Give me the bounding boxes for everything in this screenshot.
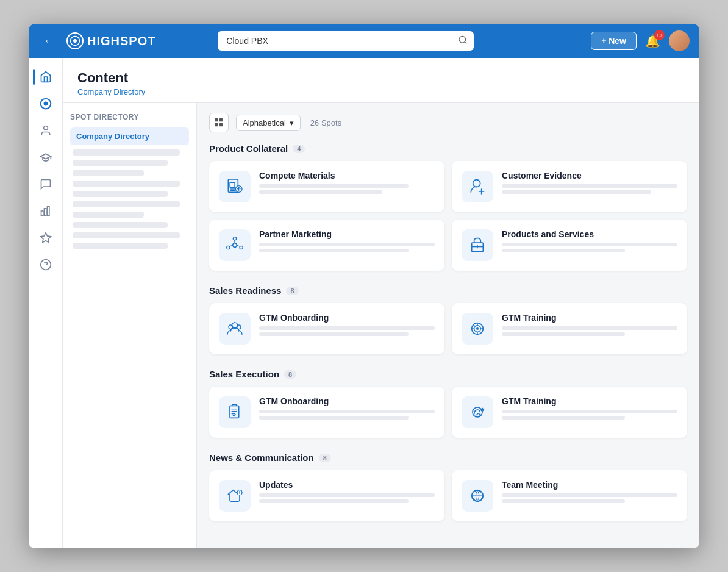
skeleton-line	[73, 201, 180, 207]
card-bar	[502, 184, 677, 188]
card-bar	[259, 493, 435, 497]
card-bar	[502, 243, 677, 246]
skeleton-line	[73, 181, 180, 187]
gtm-onboarding-1-title: GTM Onboarding	[259, 313, 435, 323]
page-title: Content	[77, 70, 685, 86]
sidebar-item-learning[interactable]	[34, 146, 57, 169]
gtm-training-2-content: GTM Training	[502, 396, 677, 422]
section-title: Product Collateral	[209, 143, 288, 154]
grid-view-button[interactable]	[209, 113, 229, 132]
sidebar-item-profile[interactable]	[34, 119, 57, 142]
card-bar	[502, 190, 651, 194]
spot-card-products-services[interactable]: Products and Services	[452, 220, 687, 271]
svg-line-3	[465, 42, 466, 44]
back-button[interactable]: ←	[38, 32, 59, 50]
card-bar	[259, 332, 409, 336]
svg-point-2	[459, 37, 466, 43]
products-services-icon	[462, 229, 493, 261]
section-header-product-collateral: Product Collateral 4	[209, 143, 687, 154]
search-icon-button[interactable]	[458, 35, 468, 47]
svg-point-23	[233, 243, 237, 248]
section-header-sales-readiness: Sales Readiness 8	[209, 285, 687, 296]
search-container	[218, 31, 474, 51]
section-badge: 4	[293, 145, 305, 153]
gtm-training-2-title: GTM Training	[502, 396, 677, 406]
skeleton-line	[73, 212, 144, 218]
svg-point-42	[476, 327, 479, 330]
svg-point-25	[240, 246, 243, 249]
compete-materials-title: Compete Materials	[259, 171, 435, 181]
logo: HIGHSPOT	[66, 32, 155, 49]
sidebar-item-favorites[interactable]	[34, 226, 57, 249]
skeleton-line	[73, 243, 168, 249]
spot-card-compete-materials[interactable]: Compete Materials	[209, 161, 444, 212]
card-bar	[502, 410, 677, 413]
svg-rect-9	[47, 207, 49, 216]
customer-evidence-content: Customer Evidence	[502, 171, 677, 196]
spot-directory-panel: Spot Directory Company Directory	[63, 103, 197, 548]
skeleton-line	[73, 232, 180, 238]
svg-point-5	[44, 102, 47, 105]
updates-icon	[219, 480, 251, 512]
svg-point-26	[227, 246, 230, 249]
sort-dropdown[interactable]: Alphabetical ▾	[236, 115, 301, 131]
products-services-title: Products and Services	[502, 229, 677, 239]
card-bar	[259, 243, 435, 246]
card-bar	[259, 326, 435, 330]
team-meeting-title: Team Meeting	[502, 480, 677, 490]
spot-card-partner-marketing[interactable]: Partner Marketing	[209, 220, 444, 271]
spot-card-gtm-onboarding-2[interactable]: GTM Onboarding	[209, 387, 444, 438]
skeleton-line	[73, 149, 180, 156]
search-input[interactable]	[218, 31, 474, 51]
spots-toolbar: Alphabetical ▾ 26 Spots	[209, 113, 687, 132]
section-badge: 8	[286, 287, 298, 295]
card-bar	[259, 416, 409, 420]
spot-card-gtm-training-2[interactable]: GTM Training	[452, 387, 687, 438]
spot-card-customer-evidence[interactable]: Customer Evidence	[452, 161, 687, 212]
directory-item-company[interactable]: Company Directory	[70, 127, 189, 145]
content-header: Content Company Directory	[63, 58, 699, 103]
notification-badge: 13	[654, 30, 665, 40]
navbar: ← HIGHSPOT + New 🔔 13	[29, 24, 699, 58]
card-bar	[259, 184, 409, 188]
card-bar	[502, 499, 625, 503]
notification-bell[interactable]: 🔔 13	[645, 34, 660, 48]
section-title: Sales Readiness	[209, 285, 281, 296]
sidebar-item-content[interactable]	[34, 92, 57, 115]
sales-execution-grid: GTM Onboarding	[209, 387, 687, 438]
partner-marketing-title: Partner Marketing	[259, 229, 435, 239]
breadcrumb[interactable]: Company Directory	[77, 87, 685, 96]
icon-sidebar	[29, 58, 63, 548]
spot-card-team-meeting[interactable]: Team Meeting	[452, 470, 687, 521]
customer-evidence-icon	[462, 171, 493, 202]
svg-rect-7	[41, 211, 43, 216]
gtm-training-1-icon	[462, 313, 493, 345]
split-view: Spot Directory Company Directory	[63, 103, 699, 548]
updates-title: Updates	[259, 480, 435, 490]
nav-actions: + New 🔔 13	[591, 30, 690, 51]
svg-rect-15	[215, 123, 218, 126]
gtm-onboarding-2-title: GTM Onboarding	[259, 396, 435, 406]
spot-card-gtm-onboarding-1[interactable]: GTM Onboarding	[209, 303, 444, 354]
svg-point-6	[43, 126, 48, 130]
svg-rect-13	[215, 118, 218, 121]
skeleton-line	[73, 160, 168, 166]
gtm-onboarding-1-content: GTM Onboarding	[259, 313, 435, 338]
spots-main: Alphabetical ▾ 26 Spots Product Collater…	[197, 103, 699, 548]
skeleton-line	[73, 170, 144, 176]
sidebar-item-help[interactable]	[34, 253, 57, 276]
user-avatar[interactable]	[669, 30, 690, 51]
sidebar-item-home[interactable]	[34, 65, 57, 88]
new-button[interactable]: + New	[591, 32, 637, 50]
spot-card-gtm-training-1[interactable]: GTM Training	[452, 303, 687, 354]
sidebar-item-analytics[interactable]	[34, 199, 57, 223]
team-meeting-icon	[462, 480, 493, 512]
spot-card-updates[interactable]: Updates	[209, 470, 444, 521]
team-meeting-content: Team Meeting	[502, 480, 677, 506]
section-header-sales-execution: Sales Execution 8	[209, 369, 687, 379]
section-title: Sales Execution	[209, 369, 279, 379]
sidebar-item-chat[interactable]	[34, 173, 57, 196]
card-bar	[502, 326, 677, 330]
svg-rect-14	[219, 118, 223, 121]
svg-point-49	[479, 413, 480, 415]
